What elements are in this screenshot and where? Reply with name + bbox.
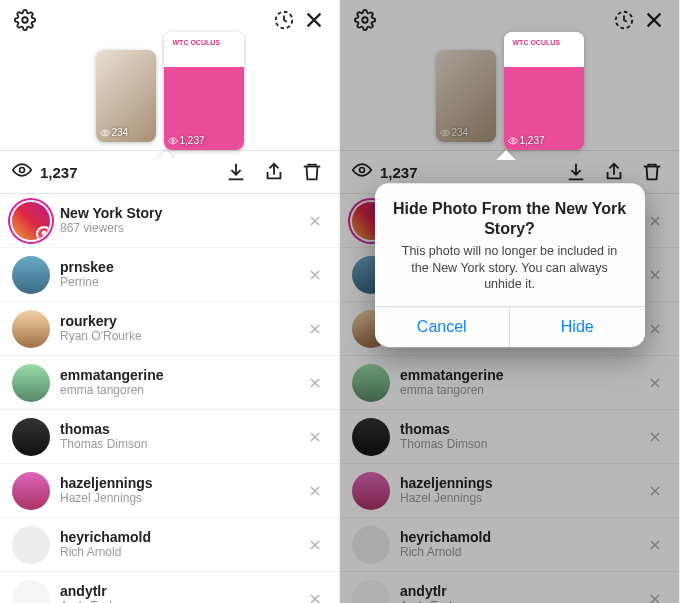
viewer-username: thomas <box>60 422 303 437</box>
avatar[interactable] <box>352 526 390 564</box>
viewer-row[interactable]: emmatangerineemma tangoren <box>0 356 339 410</box>
svg-point-2 <box>103 131 106 134</box>
avatar[interactable] <box>12 418 50 456</box>
remove-viewer-button[interactable] <box>643 533 667 557</box>
viewer-row[interactable]: heyrichamoldRich Arnold <box>0 518 339 572</box>
viewer-username: thomas <box>400 422 643 437</box>
viewer-subtitle: Rich Arnold <box>400 546 643 559</box>
viewer-row[interactable]: andytlrAndy Taylor <box>0 572 339 603</box>
viewer-subtitle: emma tangoren <box>400 384 643 397</box>
remove-viewer-button[interactable] <box>643 479 667 503</box>
close-button[interactable] <box>639 5 669 35</box>
story-thumb-prev[interactable]: 234 <box>436 50 496 142</box>
viewer-meta: andytlrAndy Taylor <box>400 584 643 603</box>
remove-viewer-button[interactable] <box>643 371 667 395</box>
remove-viewer-button[interactable] <box>643 425 667 449</box>
viewer-username: rourkery <box>60 314 303 329</box>
viewer-username: prnskee <box>60 260 303 275</box>
avatar[interactable] <box>12 256 50 294</box>
avatar[interactable] <box>12 202 50 240</box>
right-pane: 234 WTC OCULUS 1,237 1,237 New York Stor… <box>340 0 680 603</box>
viewer-row[interactable]: rourkeryRyan O'Rourke <box>0 302 339 356</box>
viewer-username: andytlr <box>400 584 643 599</box>
viewer-meta: thomasThomas Dimson <box>60 422 303 452</box>
eye-icon <box>12 160 32 184</box>
viewer-meta: emmatangerineemma tangoren <box>60 368 303 398</box>
viewer-row[interactable]: emmatangerineemma tangoren <box>340 356 679 410</box>
viewer-username: emmatangerine <box>60 368 303 383</box>
remove-viewer-button[interactable] <box>303 479 327 503</box>
viewer-meta: heyrichamoldRich Arnold <box>400 530 643 560</box>
viewer-row[interactable]: New York Story867 viewers <box>0 194 339 248</box>
viewer-row[interactable]: hazeljenningsHazel Jennings <box>0 464 339 518</box>
viewer-row[interactable]: thomasThomas Dimson <box>340 410 679 464</box>
viewer-meta: prnskeePerrine <box>60 260 303 290</box>
svg-point-4 <box>20 168 25 173</box>
remove-viewer-button[interactable] <box>303 263 327 287</box>
svg-point-9 <box>360 168 365 173</box>
avatar[interactable] <box>352 580 390 604</box>
delete-button[interactable] <box>637 157 667 187</box>
viewer-subtitle: Hazel Jennings <box>400 492 643 505</box>
viewer-username: New York Story <box>60 206 303 221</box>
left-pane: 234 WTC OCULUS 1,237 1,237 New York Stor… <box>0 0 340 603</box>
settings-button[interactable] <box>10 5 40 35</box>
dialog-cancel-button[interactable]: Cancel <box>375 307 510 347</box>
delete-button[interactable] <box>297 157 327 187</box>
close-button[interactable] <box>299 5 329 35</box>
avatar[interactable] <box>352 418 390 456</box>
archive-button[interactable] <box>269 5 299 35</box>
active-thumb-arrow <box>156 150 176 160</box>
dialog-confirm-button[interactable]: Hide <box>509 307 645 347</box>
dialog-title: Hide Photo From the New York Story? <box>375 183 645 243</box>
hide-photo-dialog: Hide Photo From the New York Story? This… <box>375 183 645 347</box>
viewer-subtitle: Rich Arnold <box>60 546 303 559</box>
viewer-meta: thomasThomas Dimson <box>400 422 643 452</box>
viewer-username: hazeljennings <box>400 476 643 491</box>
archive-button[interactable] <box>609 5 639 35</box>
remove-viewer-button[interactable] <box>643 317 667 341</box>
story-thumb-active[interactable]: WTC OCULUS 1,237 <box>504 32 584 150</box>
story-thumb-prev[interactable]: 234 <box>96 50 156 142</box>
avatar[interactable] <box>12 580 50 604</box>
viewer-meta: andytlrAndy Taylor <box>60 584 303 603</box>
remove-viewer-button[interactable] <box>303 425 327 449</box>
viewer-row[interactable]: hazeljenningsHazel Jennings <box>340 464 679 518</box>
story-thumbnails: 234 WTC OCULUS 1,237 <box>0 40 339 150</box>
settings-button[interactable] <box>350 5 380 35</box>
avatar[interactable] <box>12 310 50 348</box>
viewer-meta: heyrichamoldRich Arnold <box>60 530 303 560</box>
dialog-buttons: Cancel Hide <box>375 306 645 347</box>
dialog-body: This photo will no longer be included in… <box>375 243 645 306</box>
location-tag: WTC OCULUS <box>170 38 223 47</box>
remove-viewer-button[interactable] <box>303 317 327 341</box>
avatar[interactable] <box>352 472 390 510</box>
remove-viewer-button[interactable] <box>303 533 327 557</box>
viewer-row[interactable]: andytlrAndy Taylor <box>340 572 679 603</box>
story-thumb-active[interactable]: WTC OCULUS 1,237 <box>164 32 244 150</box>
remove-viewer-button[interactable] <box>643 209 667 233</box>
remove-viewer-button[interactable] <box>303 209 327 233</box>
viewer-subtitle: Thomas Dimson <box>400 438 643 451</box>
viewer-meta: hazeljenningsHazel Jennings <box>60 476 303 506</box>
remove-viewer-button[interactable] <box>303 587 327 604</box>
viewer-subtitle: Ryan O'Rourke <box>60 330 303 343</box>
viewer-row[interactable]: thomasThomas Dimson <box>0 410 339 464</box>
share-button[interactable] <box>259 157 289 187</box>
avatar[interactable] <box>12 526 50 564</box>
viewer-subtitle: Hazel Jennings <box>60 492 303 505</box>
remove-viewer-button[interactable] <box>643 263 667 287</box>
story-thumbnails: 234 WTC OCULUS 1,237 <box>340 40 679 150</box>
download-button[interactable] <box>221 157 251 187</box>
avatar[interactable] <box>12 472 50 510</box>
avatar[interactable] <box>352 364 390 402</box>
viewer-subtitle: Perrine <box>60 276 303 289</box>
viewer-row[interactable]: prnskeePerrine <box>0 248 339 302</box>
avatar[interactable] <box>12 364 50 402</box>
viewer-subtitle: 867 viewers <box>60 222 303 235</box>
viewer-meta: New York Story867 viewers <box>60 206 303 236</box>
viewer-row[interactable]: heyrichamoldRich Arnold <box>340 518 679 572</box>
location-pin-icon <box>36 226 50 240</box>
remove-viewer-button[interactable] <box>643 587 667 604</box>
remove-viewer-button[interactable] <box>303 371 327 395</box>
